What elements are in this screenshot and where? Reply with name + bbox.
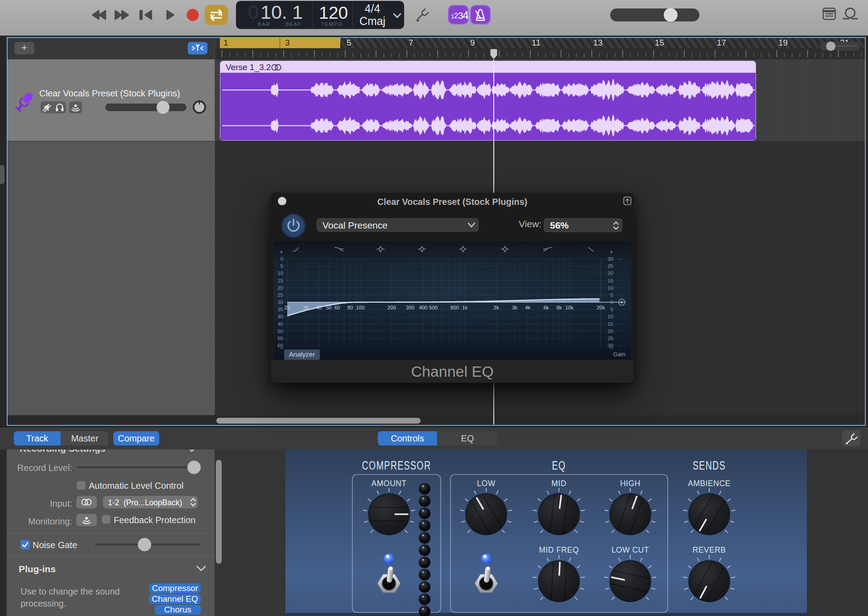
svg-text:6k: 6k — [543, 305, 549, 310]
svg-text:50: 50 — [277, 329, 283, 334]
svg-text:100: 100 — [356, 305, 364, 310]
svg-text:3k: 3k — [512, 305, 517, 310]
svg-text:Analyzer: Analyzer — [289, 350, 315, 358]
svg-text:400: 400 — [419, 305, 427, 310]
svg-text:-: - — [620, 343, 621, 348]
svg-text:40: 40 — [316, 305, 322, 310]
svg-text:15: 15 — [277, 278, 283, 283]
svg-text:55: 55 — [277, 336, 283, 341]
svg-text:25: 25 — [277, 292, 283, 298]
svg-text:80: 80 — [347, 305, 353, 310]
svg-text:5: 5 — [281, 263, 283, 269]
svg-text:+: + — [280, 248, 283, 255]
svg-text:-: - — [620, 256, 621, 262]
svg-text:0: 0 — [281, 256, 283, 262]
svg-text:2k: 2k — [494, 305, 499, 310]
svg-text:20: 20 — [277, 285, 283, 291]
svg-text:20k: 20k — [597, 305, 605, 310]
svg-text:30: 30 — [277, 300, 283, 305]
svg-text:50: 50 — [326, 305, 332, 310]
svg-text:Gain: Gain — [613, 351, 625, 358]
svg-text:20: 20 — [608, 329, 613, 334]
svg-text:+: + — [610, 248, 613, 255]
svg-text:10: 10 — [608, 285, 613, 291]
svg-text:20: 20 — [285, 305, 290, 310]
svg-text:200: 200 — [388, 305, 396, 310]
svg-text:10: 10 — [277, 271, 283, 276]
svg-text:45: 45 — [277, 321, 283, 327]
svg-text:10: 10 — [608, 314, 613, 319]
svg-text:60: 60 — [334, 305, 340, 310]
svg-text:15: 15 — [608, 321, 613, 327]
svg-text:30: 30 — [303, 305, 309, 310]
svg-text:1k: 1k — [462, 305, 467, 310]
svg-text:8k: 8k — [557, 305, 562, 310]
svg-text:4k: 4k — [525, 305, 530, 310]
svg-text:40: 40 — [277, 314, 283, 319]
svg-text:−: − — [280, 345, 283, 352]
svg-text:5: 5 — [611, 307, 613, 312]
svg-text:25: 25 — [608, 336, 613, 341]
svg-text:300: 300 — [406, 305, 414, 310]
svg-text:10k: 10k — [565, 305, 574, 310]
svg-text:30: 30 — [608, 256, 613, 262]
svg-text:500: 500 — [429, 305, 438, 310]
svg-text:5: 5 — [611, 292, 613, 298]
svg-text:35: 35 — [277, 307, 283, 312]
svg-text:15: 15 — [608, 278, 613, 283]
svg-text:0: 0 — [611, 300, 613, 305]
svg-text:20: 20 — [608, 271, 613, 276]
svg-text:25: 25 — [608, 263, 613, 269]
svg-text:800: 800 — [451, 305, 459, 310]
